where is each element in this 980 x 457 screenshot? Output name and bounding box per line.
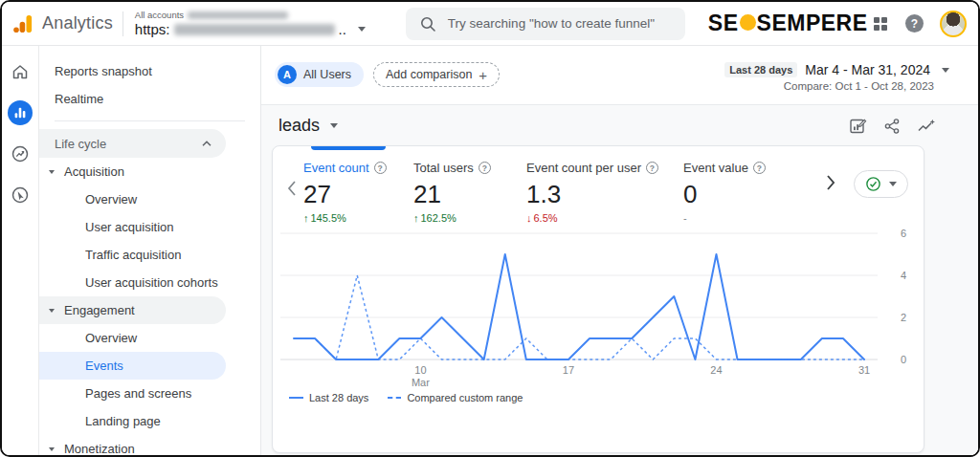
green-check-circle-icon <box>865 176 881 192</box>
metric-label: Event count <box>303 161 369 175</box>
search-placeholder: Try searching "how to create funnel" <box>448 16 655 31</box>
svg-text:31: 31 <box>858 364 870 376</box>
brand-yellow-dot-icon <box>740 14 756 31</box>
brand-text-pre: SE <box>708 11 739 36</box>
group-label: Monetization <box>64 442 135 455</box>
insights-icon[interactable] <box>917 118 936 135</box>
legend-label: Last 28 days <box>309 392 368 403</box>
reports-sidebar: Reports snapshot Realtime Life cycle Acq… <box>39 46 261 455</box>
plus-icon: + <box>479 68 487 82</box>
events-report-card: Event count ? 27 ↑145.5% Total users <box>272 145 924 453</box>
data-quality-button[interactable] <box>854 170 908 198</box>
caret-down-icon <box>49 309 55 313</box>
help-icon[interactable]: ? <box>905 14 924 33</box>
svg-text:Mar: Mar <box>412 377 430 388</box>
sidebar-item-realtime[interactable]: Realtime <box>39 85 260 113</box>
metric-total-users[interactable]: Total users ? 21 ↑162.5% <box>413 161 526 224</box>
date-preset-badge: Last 28 days <box>724 62 797 77</box>
help-icon[interactable]: ? <box>479 162 491 174</box>
sidebar-item-user-acquisition-cohorts[interactable]: User acquisition cohorts <box>39 269 260 296</box>
metric-event-value[interactable]: Event value ? 0 - <box>683 161 798 224</box>
delta-value: 145.5% <box>311 212 346 224</box>
svg-text:10: 10 <box>414 364 426 376</box>
redacted-property-name <box>174 24 335 35</box>
metric-delta: - <box>683 212 798 224</box>
all-users-chip[interactable]: A All Users <box>275 62 364 87</box>
analytics-logo-icon <box>11 12 34 35</box>
legend-item-last-28-days[interactable]: Last 28 days <box>289 392 368 403</box>
scroll-metrics-right-button[interactable] <box>819 174 842 191</box>
comparison-bar: A All Users Add comparison + Last 28 day… <box>261 46 978 105</box>
trend-chart-area[interactable]: 024610Mar172431 <box>273 228 924 392</box>
all-accounts-label: All accounts <box>135 10 184 20</box>
sidebar-group-acquisition[interactable]: Acquisition <box>39 158 260 185</box>
metric-value: 0 <box>683 180 798 209</box>
customize-report-icon[interactable] <box>849 117 867 135</box>
account-switcher[interactable]: All accounts https: .. <box>135 10 366 37</box>
date-range-value: Mar 4 - Mar 31, 2024 <box>805 62 930 77</box>
sidebar-item-reports-snapshot[interactable]: Reports snapshot <box>39 57 260 85</box>
app-window: Analytics All accounts https: .. Try sea… <box>0 0 980 457</box>
sidebar-item-user-acquisition[interactable]: User acquisition <box>39 213 260 241</box>
collection-label: Life cycle <box>55 137 106 151</box>
metric-event-count-per-user[interactable]: Event count per user ? 1.3 ↓6.5% <box>526 161 683 224</box>
sidebar-item-pages-and-screens[interactable]: Pages and screens <box>39 380 260 407</box>
property-name-prefix: https: <box>135 21 170 37</box>
search-input[interactable]: Try searching "how to create funnel" <box>406 8 685 40</box>
report-actions <box>849 117 936 135</box>
main-content: A All Users Add comparison + Last 28 day… <box>261 46 978 455</box>
left-icon-rail <box>2 46 39 455</box>
svg-text:6: 6 <box>901 228 906 239</box>
chevron-left-icon <box>287 180 297 197</box>
svg-text:24: 24 <box>710 364 722 376</box>
analytics-home-link[interactable]: Analytics <box>11 12 113 35</box>
chevron-right-icon <box>826 174 835 191</box>
chevron-down-icon <box>358 27 366 32</box>
svg-text:0: 0 <box>901 354 906 365</box>
add-comparison-button[interactable]: Add comparison + <box>373 62 500 87</box>
sidebar-group-monetization[interactable]: Monetization <box>39 435 260 455</box>
help-icon[interactable]: ? <box>753 162 766 174</box>
sidebar-item-landing-page[interactable]: Landing page <box>39 407 260 435</box>
sidebar-item-acquisition-overview[interactable]: Overview <box>39 185 260 213</box>
trend-arrow-icon: ↓ <box>526 212 532 224</box>
caret-down-icon <box>49 170 55 174</box>
sidebar-group-engagement[interactable]: Engagement <box>39 296 226 324</box>
sidebar-item-engagement-overview[interactable]: Overview <box>39 324 260 352</box>
legend-item-compared-custom-range[interactable]: Compared custom range <box>388 392 523 403</box>
scroll-metrics-left-button[interactable] <box>280 180 303 197</box>
avatar[interactable] <box>940 11 967 37</box>
advertising-icon[interactable] <box>8 183 33 207</box>
chevron-down-icon <box>889 182 897 186</box>
active-metric-tab-indicator <box>311 146 386 150</box>
app-title: Analytics <box>42 13 113 33</box>
help-icon[interactable]: ? <box>374 162 387 174</box>
group-label: Acquisition <box>64 164 124 179</box>
report-header: leads <box>261 105 978 136</box>
explore-icon[interactable] <box>8 141 33 166</box>
chart-legend: Last 28 days Compared custom range <box>289 392 924 403</box>
divider <box>122 11 123 36</box>
reports-icon[interactable] <box>8 100 33 125</box>
chevron-up-icon <box>201 140 212 147</box>
metric-event-count[interactable]: Event count ? 27 ↑145.5% <box>303 161 413 224</box>
metric-delta: ↑162.5% <box>413 212 526 224</box>
sidebar-item-events[interactable]: Events <box>39 352 226 380</box>
share-icon[interactable] <box>883 118 901 135</box>
line-chart: 024610Mar172431 <box>280 228 912 392</box>
apps-grid-icon[interactable] <box>872 15 889 33</box>
date-range-picker[interactable]: Last 28 days Mar 4 - Mar 31, 2024 Compar… <box>724 62 949 92</box>
chevron-down-icon[interactable] <box>330 123 338 128</box>
sidebar-item-traffic-acquisition[interactable]: Traffic acquisition <box>39 241 260 269</box>
help-icon[interactable]: ? <box>646 162 658 174</box>
trend-arrow-icon: ↑ <box>303 212 309 224</box>
svg-text:4: 4 <box>901 270 906 281</box>
chevron-down-icon <box>942 68 949 73</box>
sidebar-collection-life-cycle[interactable]: Life cycle <box>39 129 226 158</box>
top-bar: Analytics All accounts https: .. Try sea… <box>2 2 978 46</box>
metrics-row: Event count ? 27 ↑145.5% Total users <box>273 146 924 228</box>
metric-value: 27 <box>303 180 413 209</box>
comparison-badge: A <box>278 65 297 84</box>
property-name-suffix: .. <box>339 21 346 37</box>
home-icon[interactable] <box>8 59 33 84</box>
